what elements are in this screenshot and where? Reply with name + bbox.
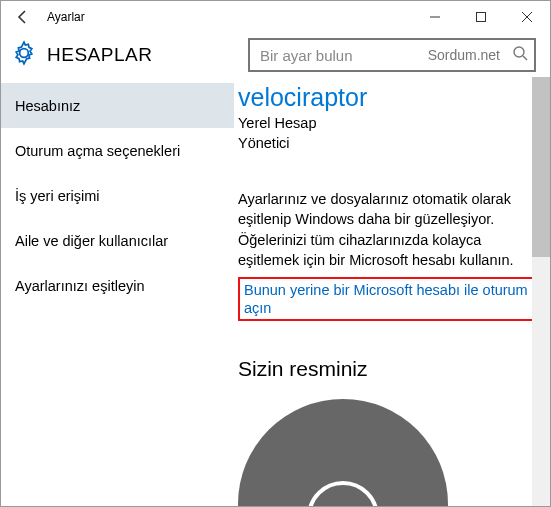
svg-rect-1	[477, 13, 486, 22]
main-panel: velociraptor Yerel Hesap Yönetici Ayarla…	[234, 77, 550, 506]
minimize-button[interactable]	[412, 1, 458, 33]
search-watermark: Sordum.net	[428, 47, 500, 63]
window-title: Ayarlar	[47, 10, 412, 24]
ms-signin-link[interactable]: Bunun yerine bir Microsoft hesabı ile ot…	[244, 282, 528, 316]
back-button[interactable]	[9, 3, 37, 31]
search-input[interactable]: Bir ayar bulun Sordum.net	[248, 38, 536, 72]
sidebar-item-label: İş yeri erişimi	[15, 188, 100, 204]
picture-heading: Sizin resminiz	[238, 357, 550, 381]
category-title: HESAPLAR	[47, 44, 152, 66]
content-body: Hesabınız Oturum açma seçenekleri İş yer…	[1, 77, 550, 506]
window-buttons	[412, 1, 550, 33]
sidebar-item-work-access[interactable]: İş yeri erişimi	[1, 173, 234, 218]
sidebar-item-family-users[interactable]: Aile ve diğer kullanıcılar	[1, 218, 234, 263]
sidebar-item-label: Oturum açma seçenekleri	[15, 143, 180, 159]
avatar[interactable]	[238, 399, 448, 506]
search-wrap: Bir ayar bulun Sordum.net	[248, 38, 538, 72]
ms-signin-highlight: Bunun yerine bir Microsoft hesabı ile ot…	[238, 277, 550, 321]
account-username: velociraptor	[238, 83, 550, 112]
avatar-wrap	[238, 399, 550, 506]
search-icon	[512, 45, 528, 65]
maximize-button[interactable]	[458, 1, 504, 33]
account-description: Ayarlarınız ve dosyalarınız otomatik ola…	[238, 189, 538, 270]
sidebar-item-label: Ayarlarınızı eşitleyin	[15, 278, 144, 294]
sidebar-item-label: Hesabınız	[15, 98, 80, 114]
sidebar-item-label: Aile ve diğer kullanıcılar	[15, 233, 168, 249]
svg-point-4	[514, 47, 524, 57]
account-role: Yönetici	[238, 134, 550, 154]
svg-line-5	[523, 56, 527, 60]
sidebar: Hesabınız Oturum açma seçenekleri İş yer…	[1, 77, 234, 506]
sidebar-item-account[interactable]: Hesabınız	[1, 83, 234, 128]
category-header: HESAPLAR	[11, 40, 236, 70]
sidebar-item-sync-settings[interactable]: Ayarlarınızı eşitleyin	[1, 263, 234, 308]
scrollbar[interactable]	[532, 77, 550, 506]
gear-icon	[11, 40, 37, 70]
scrollbar-thumb[interactable]	[532, 77, 550, 257]
titlebar: Ayarlar	[1, 1, 550, 33]
header-row: HESAPLAR Bir ayar bulun Sordum.net	[1, 33, 550, 77]
account-type: Yerel Hesap	[238, 114, 550, 134]
sidebar-item-signin-options[interactable]: Oturum açma seçenekleri	[1, 128, 234, 173]
search-placeholder: Bir ayar bulun	[260, 47, 422, 64]
close-button[interactable]	[504, 1, 550, 33]
